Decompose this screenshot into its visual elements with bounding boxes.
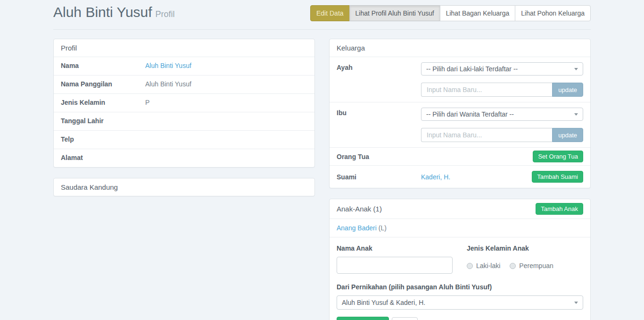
child-link[interactable]: Anang Baderi: [337, 224, 377, 232]
radio-circle-icon: [467, 263, 473, 269]
row-label: Telp: [61, 135, 145, 144]
page-header: Aluh Binti YusufProfil Edit Data Lihat P…: [53, 0, 591, 24]
lihat-pohon-keluarga-button[interactable]: Lihat Pohon Keluarga: [515, 5, 591, 21]
saudara-kandung-heading: Saudara Kandung: [54, 178, 314, 196]
page-container: Aluh Binti YusufProfil Edit Data Lihat P…: [53, 0, 591, 320]
row-label: Ayah: [337, 62, 421, 97]
batal-button[interactable]: Batal: [392, 317, 418, 320]
dari-pernikahan-label: Dari Pernikahan (pilih pasangan Aluh Bin…: [337, 283, 583, 291]
view-switch-button-group: Edit Data Lihat Profil Aluh Binti Yusuf …: [310, 5, 591, 21]
table-row-alamat: Alamat: [54, 149, 314, 167]
page-title: Aluh Binti YusufProfil: [53, 3, 175, 24]
pernikahan-select[interactable]: Aluh Binti Yusuf & Kaderi, H.: [337, 295, 583, 310]
row-ibu: Ibu -- Pilih dari Wanita Terdaftar -- up…: [330, 102, 590, 147]
ayah-select[interactable]: -- Pilih dari Laki-laki Terdaftar --: [421, 62, 583, 76]
row-ayah: Ayah -- Pilih dari Laki-laki Terdaftar -…: [330, 57, 590, 102]
row-label: Orang Tua: [337, 153, 421, 160]
row-suami: Suami Kaderi, H. Tambah Suami: [330, 165, 590, 188]
tambah-anak-header-button[interactable]: Tambah Anak: [536, 203, 583, 215]
profil-panel: Profil Nama Aluh Binti Yusuf Nama Panggi…: [53, 39, 315, 168]
list-item-child: Anang Baderi (L): [330, 219, 590, 237]
row-value: Aluh Binti Yusuf: [145, 80, 191, 89]
profil-panel-heading: Profil: [54, 39, 314, 57]
table-row-jenis-kelamin: Jenis Kelamin P: [54, 93, 314, 112]
ayah-input-group: update: [421, 83, 583, 97]
saudara-kandung-panel: Saudara Kandung: [53, 178, 315, 196]
content: Profil Nama Aluh Binti Yusuf Nama Panggi…: [53, 39, 591, 320]
child-gender-suffix: (L): [379, 224, 387, 232]
jenis-kelamin-anak-label: Jenis Kelamin Anak: [467, 244, 583, 252]
keluarga-panel-heading: Keluarga: [330, 39, 590, 57]
edit-data-button[interactable]: Edit Data: [310, 5, 350, 21]
ibu-new-name-input[interactable]: [421, 128, 552, 142]
gender-radio-group: Laki-laki Perempuan: [467, 262, 583, 269]
tambah-suami-button[interactable]: Tambah Suami: [532, 171, 583, 183]
ibu-update-button[interactable]: update: [552, 128, 583, 142]
set-orang-tua-button[interactable]: Set Orang Tua: [533, 151, 583, 162]
table-row-telp: Telp: [54, 130, 314, 149]
ibu-input-group: update: [421, 128, 583, 142]
row-label: Nama Panggilan: [61, 80, 145, 89]
ayah-select-value: -- Pilih dari Laki-laki Terdaftar --: [426, 65, 518, 73]
nama-anak-input[interactable]: [337, 257, 453, 274]
radio-perempuan[interactable]: Perempuan: [510, 262, 553, 269]
row-label: Jenis Kelamin: [61, 99, 145, 107]
header-divider: [53, 29, 591, 30]
chevron-down-icon: [574, 68, 578, 70]
tambah-anak-submit-button[interactable]: Tambah Anak: [337, 317, 389, 320]
row-label: Suami: [337, 173, 421, 181]
keluarga-panel: Keluarga Ayah -- Pilih dari Laki-laki Te…: [329, 39, 591, 188]
row-label: Ibu: [337, 108, 421, 142]
right-column: Keluarga Ayah -- Pilih dari Laki-laki Te…: [329, 39, 591, 320]
row-orang-tua: Orang Tua Set Orang Tua: [330, 147, 590, 165]
radio-label: Laki-laki: [476, 262, 500, 269]
add-child-form: Nama Anak Jenis Kelamin Anak Laki-laki: [330, 237, 590, 320]
table-row-nama: Nama Aluh Binti Yusuf: [54, 57, 314, 75]
person-name: Aluh Binti Yusuf: [53, 4, 152, 20]
radio-laki-laki[interactable]: Laki-laki: [467, 262, 500, 269]
anak-anak-heading: Anak-Anak (1) Tambah Anak: [330, 199, 590, 219]
chevron-down-icon: [574, 302, 578, 304]
suami-link[interactable]: Kaderi, H.: [421, 173, 450, 181]
page-subtitle: Profil: [156, 9, 175, 19]
row-label: Tanggal Lahir: [61, 117, 145, 126]
chevron-down-icon: [574, 113, 578, 116]
nama-anak-label: Nama Anak: [337, 244, 453, 252]
lihat-profil-button[interactable]: Lihat Profil Aluh Binti Yusuf: [349, 5, 440, 21]
form-buttons: Tambah Anak Batal: [337, 317, 583, 320]
ayah-update-button[interactable]: update: [552, 83, 583, 97]
anak-anak-panel: Anak-Anak (1) Tambah Anak Anang Baderi (…: [329, 199, 591, 320]
lihat-bagan-keluarga-button[interactable]: Lihat Bagan Keluarga: [440, 5, 516, 21]
radio-circle-icon: [510, 263, 516, 269]
radio-label: Perempuan: [519, 262, 553, 269]
row-label: Nama: [61, 62, 145, 70]
ayah-new-name-input[interactable]: [421, 83, 552, 97]
ibu-select-value: -- Pilih dari Wanita Terdaftar --: [426, 110, 514, 118]
row-value: P: [145, 99, 149, 107]
table-row-nama-panggilan: Nama Panggilan Aluh Binti Yusuf: [54, 75, 314, 93]
table-row-tanggal-lahir: Tanggal Lahir: [54, 112, 314, 130]
anak-anak-title: Anak-Anak (1): [337, 205, 382, 213]
left-column: Profil Nama Aluh Binti Yusuf Nama Panggi…: [53, 39, 315, 320]
pernikahan-select-value: Aluh Binti Yusuf & Kaderi, H.: [342, 299, 425, 306]
row-label: Alamat: [61, 154, 145, 162]
ibu-select[interactable]: -- Pilih dari Wanita Terdaftar --: [421, 108, 583, 121]
nama-link[interactable]: Aluh Binti Yusuf: [145, 62, 191, 69]
